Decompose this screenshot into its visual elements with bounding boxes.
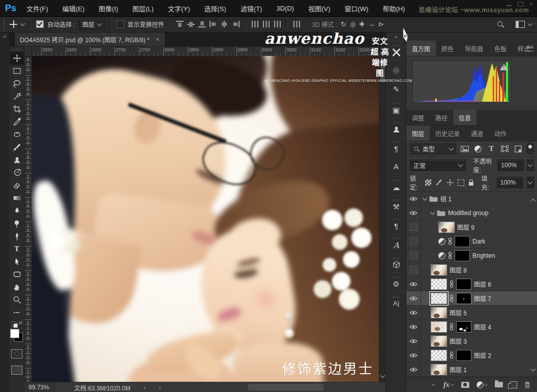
- layer-name[interactable]: Modified group: [448, 209, 488, 217]
- menu-item[interactable]: 3D(D): [276, 5, 294, 12]
- layer-mask-thumbnail[interactable]: [456, 321, 471, 333]
- zoom-level-field[interactable]: 99.73%: [24, 382, 55, 392]
- visibility-toggle[interactable]: [406, 363, 421, 376]
- paragraph-panel-icon[interactable]: ¶: [386, 215, 406, 234]
- opacity-value-field[interactable]: 100%: [497, 160, 524, 171]
- 3d-roll-icon[interactable]: ◎: [350, 21, 355, 27]
- filter-adjustment-layers-icon[interactable]: [473, 144, 483, 154]
- mask-link-icon[interactable]: [450, 294, 454, 302]
- align-top-button[interactable]: [176, 21, 184, 27]
- panel-tab[interactable]: 颜色: [436, 41, 459, 56]
- lasso-tool[interactable]: [10, 77, 24, 90]
- layer-row[interactable]: 图层 8: [406, 263, 537, 277]
- layer-name[interactable]: 图层 1: [450, 365, 467, 374]
- hand-tool[interactable]: [10, 281, 24, 293]
- group-expander-icon[interactable]: [430, 209, 435, 215]
- distribute-center-button[interactable]: [262, 21, 270, 27]
- rectangular-marquee-tool[interactable]: [10, 65, 24, 77]
- opacity-chevron-icon[interactable]: [527, 160, 534, 171]
- panel-tab[interactable]: 通道: [465, 126, 489, 141]
- layer-row[interactable]: Dark: [406, 234, 537, 249]
- workspace-chevron-icon[interactable]: [528, 21, 533, 26]
- brush-tool[interactable]: [10, 141, 24, 154]
- menu-item[interactable]: 文字(Y): [168, 4, 190, 13]
- canvas[interactable]: 修饰紫边男士: [32, 56, 379, 382]
- mask-link-icon[interactable]: [448, 237, 452, 245]
- layer-mask-thumbnail[interactable]: [456, 293, 471, 304]
- crop-tool[interactable]: [10, 103, 24, 115]
- mask-link-icon[interactable]: [450, 351, 454, 359]
- 3d-orbit-icon[interactable]: ↻: [341, 21, 346, 27]
- canvas-vertical-scrollbar[interactable]: [379, 47, 386, 382]
- fill-chevron-icon[interactable]: [527, 177, 534, 188]
- visibility-toggle[interactable]: [406, 348, 421, 362]
- filter-type-layers-icon[interactable]: T: [487, 144, 496, 154]
- visibility-toggle[interactable]: [406, 291, 421, 305]
- layer-mask-thumbnail[interactable]: [455, 236, 470, 247]
- pen-tool[interactable]: [10, 230, 24, 243]
- menu-item[interactable]: 帮助(H): [382, 4, 405, 13]
- visibility-toggle[interactable]: [406, 277, 421, 291]
- close-icon[interactable]: ×: [529, 2, 533, 7]
- creative-cloud-panel-icon[interactable]: ☁: [386, 176, 406, 195]
- layer-name[interactable]: 图层 7: [474, 294, 491, 303]
- auto-select-checkbox[interactable]: [36, 20, 44, 28]
- auto-select-dropdown[interactable]: 图层: [79, 19, 105, 30]
- layer-thumbnail[interactable]: [431, 364, 447, 375]
- layer-row[interactable]: 图层 9: [406, 220, 537, 234]
- clone-stamp-tool[interactable]: [10, 154, 24, 166]
- collapse-panels-icon[interactable]: »: [0, 33, 9, 40]
- layer-row[interactable]: 组 1: [406, 192, 537, 206]
- layer-name[interactable]: 图层 6: [474, 280, 491, 288]
- align-right-button[interactable]: [232, 21, 240, 27]
- layer-mask-thumbnail[interactable]: [455, 250, 470, 261]
- zoom-tool[interactable]: [10, 293, 24, 306]
- panel-tab[interactable]: 色板: [489, 41, 512, 56]
- visibility-toggle[interactable]: [406, 234, 421, 248]
- paragraph-styles-panel-icon[interactable]: ¶: [386, 137, 406, 157]
- fill-value-field[interactable]: 100%: [497, 177, 523, 188]
- history-brush-tool[interactable]: [10, 166, 24, 179]
- layer-row[interactable]: Brighten: [406, 249, 537, 263]
- filter-type-dropdown[interactable]: 类型: [410, 143, 456, 155]
- align-left-button[interactable]: [210, 21, 217, 27]
- lock-artboard-icon[interactable]: [458, 179, 464, 186]
- character-panel-icon[interactable]: A: [386, 234, 406, 253]
- delete-layer-button[interactable]: [524, 381, 530, 388]
- distribute-top-button[interactable]: [251, 21, 259, 27]
- distribute-spacing-button[interactable]: [293, 21, 301, 27]
- layer-thumbnail[interactable]: [431, 264, 447, 276]
- foreground-color-swatch[interactable]: [10, 329, 19, 338]
- layer-row[interactable]: 图层 4: [406, 320, 537, 334]
- new-group-button[interactable]: [495, 382, 503, 387]
- 3d-pan-icon[interactable]: ✚: [359, 21, 365, 27]
- layer-name[interactable]: 图层 5: [450, 308, 467, 317]
- 3d-panel-icon[interactable]: [386, 253, 406, 273]
- shape-tool[interactable]: [10, 268, 24, 281]
- layers-scroll-down-icon[interactable]: [531, 364, 535, 373]
- add-mask-button[interactable]: [461, 382, 469, 388]
- panel-tab[interactable]: 调整: [406, 110, 430, 125]
- align-vertical-center-button[interactable]: [187, 21, 195, 27]
- document-tab[interactable]: DO4A5925 拷贝.psd @ 100% (图层 7, RGB/8) * ×: [14, 33, 165, 46]
- layer-mask-thumbnail[interactable]: [456, 350, 471, 361]
- screen-mode-button[interactable]: [11, 366, 22, 375]
- align-horizontal-center-button[interactable]: [221, 21, 228, 27]
- clone-source-panel-icon[interactable]: [386, 118, 406, 137]
- layers-scroll-up-icon[interactable]: [531, 196, 535, 205]
- layer-thumbnail-transparent[interactable]: [431, 279, 447, 290]
- panel-menu-icon[interactable]: [527, 46, 533, 51]
- layer-mask-thumbnail[interactable]: [456, 279, 471, 290]
- visibility-toggle[interactable]: [406, 306, 421, 319]
- lock-pixels-icon[interactable]: [435, 179, 442, 186]
- type-tool[interactable]: T: [10, 243, 24, 255]
- layer-row[interactable]: 图层 3: [406, 334, 537, 348]
- visibility-toggle[interactable]: [406, 320, 421, 334]
- panel-tab[interactable]: 动作: [489, 126, 512, 141]
- layer-thumbnail[interactable]: [431, 336, 447, 347]
- filter-shape-layers-icon[interactable]: [500, 144, 510, 154]
- menu-item[interactable]: 图层(L): [132, 4, 154, 13]
- new-layer-button[interactable]: [510, 381, 517, 388]
- character-styles-panel-icon[interactable]: A: [386, 157, 406, 176]
- layer-row[interactable]: 图层 6: [406, 277, 537, 291]
